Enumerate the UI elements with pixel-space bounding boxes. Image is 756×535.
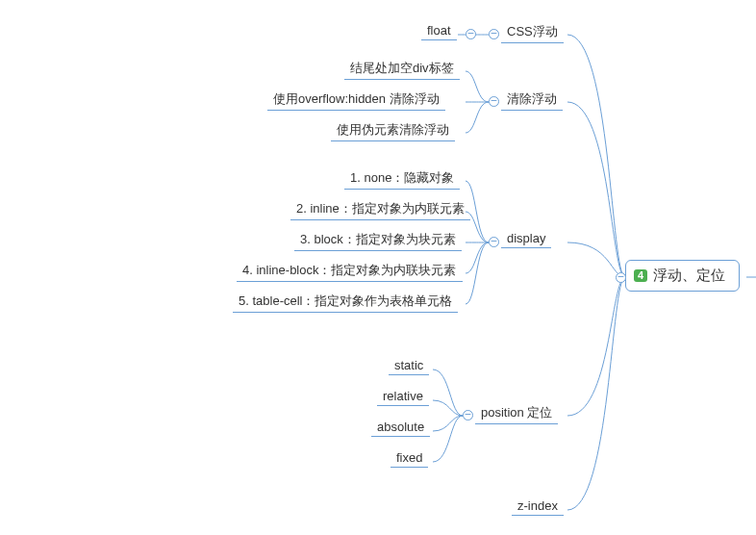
root-title: 浮动、定位: [653, 267, 725, 285]
leaf-display-inline-block[interactable]: 4. inline-block：指定对象为内联块元素: [237, 260, 463, 282]
leaf-position-static[interactable]: static: [389, 356, 429, 375]
leaf-position-fixed[interactable]: fixed: [391, 448, 428, 468]
leaf-position-relative[interactable]: relative: [377, 387, 429, 406]
collapse-icon[interactable]: −: [463, 410, 473, 420]
branch-clear-float[interactable]: 清除浮动: [501, 89, 563, 111]
collapse-icon[interactable]: −: [466, 29, 476, 39]
leaf-clear-overflow[interactable]: 使用overflow:hidden 清除浮动: [267, 89, 445, 111]
root-badge: 4: [634, 269, 647, 282]
collapse-icon[interactable]: −: [489, 96, 499, 107]
leaf-position-absolute[interactable]: absolute: [371, 418, 430, 437]
root-node[interactable]: 4 浮动、定位: [625, 260, 740, 292]
branch-css-float[interactable]: CSS浮动: [501, 21, 564, 43]
branch-position[interactable]: position 定位: [475, 402, 558, 424]
leaf-display-table-cell[interactable]: 5. table-cell：指定对象作为表格单元格: [233, 291, 458, 313]
leaf-clear-pseudo[interactable]: 使用伪元素清除浮动: [331, 119, 455, 141]
collapse-icon[interactable]: −: [489, 29, 499, 39]
leaf-display-none[interactable]: 1. none：隐藏对象: [344, 167, 460, 190]
branch-display[interactable]: display: [501, 229, 551, 248]
leaf-float[interactable]: float: [421, 21, 457, 40]
collapse-icon[interactable]: −: [489, 237, 499, 247]
branch-z-index[interactable]: z-index: [512, 497, 564, 516]
collapse-icon[interactable]: −: [616, 272, 626, 283]
leaf-display-inline[interactable]: 2. inline：指定对象为内联元素: [290, 198, 470, 220]
leaf-display-block[interactable]: 3. block：指定对象为块元素: [294, 229, 462, 251]
leaf-clear-div[interactable]: 结尾处加空div标签: [344, 58, 460, 80]
